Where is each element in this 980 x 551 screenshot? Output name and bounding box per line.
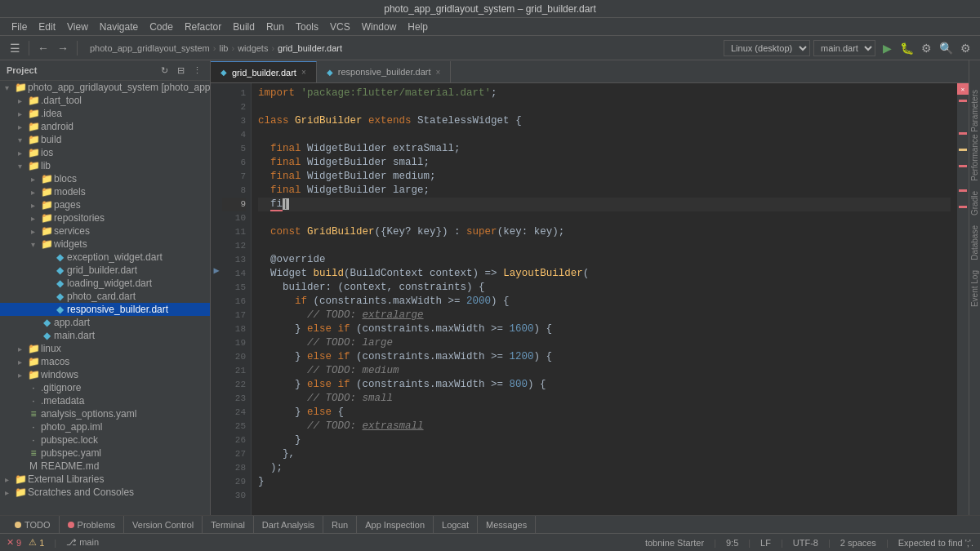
database-panel-label[interactable]: Database [969,220,980,265]
line-numbers: 1 2 3 4 5 6 7 8 9 10 11 12 13 14 15 16 1… [222,83,252,515]
tab-responsive-builder[interactable]: ◆ responsive_builder.dart × [317,61,452,82]
tree-icon-metadata: · [26,395,41,407]
tree-item-scratches[interactable]: ▸📁Scratches and Consoles [0,486,210,499]
project-label: Project [7,65,37,75]
gutter-line-16 [211,291,222,305]
tree-item-idea[interactable]: ▸📁.idea [0,107,210,120]
tree-arrow-repositories: ▸ [26,214,39,223]
tab-version-control[interactable]: Version Control [124,516,203,534]
menu-item-refactor[interactable]: Refactor [180,20,226,34]
tree-item-ext_libs[interactable]: ▸📁External Libraries [0,473,210,486]
code-editor[interactable]: ▶ 1 2 3 [211,83,969,515]
tree-item-app_dart[interactable]: ◆app.dart [0,316,210,329]
tab-logcat[interactable]: Logcat [434,516,478,534]
menu-item-tools[interactable]: Tools [291,20,323,34]
more-button[interactable]: ⋮ [190,64,203,77]
encoding-status: UTF-8 [793,538,818,548]
tab-messages[interactable]: Messages [478,516,536,534]
tree-item-macos[interactable]: ▸📁macos [0,355,210,368]
tree-item-main_dart[interactable]: ◆main.dart [0,329,210,342]
collapse-button[interactable]: ⊟ [174,64,187,77]
menu-item-run[interactable]: Run [261,20,289,34]
run-config-selector[interactable]: main.dart [813,40,875,56]
sync-button[interactable]: ↻ [158,64,171,77]
close-tab-responsive-builder[interactable]: × [435,68,440,77]
tree-item-services[interactable]: ▸📁services [0,224,210,238]
error-status[interactable]: ✕ 9 ⚠ 1 [7,537,44,548]
gradle-panel-label[interactable]: Gradle [969,186,980,220]
tree-icon-photo_card: ◆ [52,291,67,302]
run-button[interactable]: ▶ [879,40,895,56]
menu-item-window[interactable]: Window [357,20,402,34]
tree-item-dart_tool[interactable]: ▸📁.dart_tool [0,94,210,107]
performance-panel-label[interactable]: Performance Parameters [969,85,980,186]
tab-dart-analysis[interactable]: Dart Analysis [254,516,323,534]
tree-item-blocs[interactable]: ▸📁blocs [0,172,210,185]
back-button[interactable]: ← [35,40,51,56]
menu-item-build[interactable]: Build [228,20,260,34]
tree-item-repositories[interactable]: ▸📁repositories [0,211,210,224]
gutter-line-27 [211,444,222,458]
tree-label-app_dart: app.dart [54,317,210,328]
tab-todo[interactable]: TODO [7,516,60,534]
tab-terminal[interactable]: Terminal [203,516,254,534]
tab-problems[interactable]: Problems [60,516,124,534]
tree-item-pubspec_lock[interactable]: ·pubspec.lock [0,433,210,447]
breadcrumb-widgets[interactable]: widgets [238,43,268,53]
tree-arrow-linux: ▸ [13,344,26,353]
gutter-line-7 [211,167,222,180]
tree-label-linux: linux [41,343,210,354]
breadcrumb-file[interactable]: grid_builder.dart [278,43,342,53]
close-tab-grid-builder[interactable]: × [301,68,306,77]
settings-button[interactable]: ⚙ [957,40,973,56]
search-button[interactable]: 🔍 [938,40,954,56]
build-button[interactable]: ⚙ [918,40,934,56]
tree-item-grid_builder[interactable]: ◆grid_builder.dart [0,264,210,277]
menu-item-file[interactable]: File [7,20,32,34]
platform-selector[interactable]: Linux (desktop) [724,40,810,56]
tree-item-metadata[interactable]: ·.metadata [0,394,210,407]
breadcrumb-lib[interactable]: lib [219,43,228,53]
menu-item-navigate[interactable]: Navigate [95,20,143,34]
tree-item-responsive_builder[interactable]: ◆responsive_builder.dart [0,303,210,316]
tree-item-gitignore[interactable]: ·.gitignore [0,381,210,394]
debug-button[interactable]: 🐛 [898,40,915,56]
breadcrumb-project[interactable]: photo_app_gridlayout_system [90,43,210,53]
menu-item-vcs[interactable]: VCS [325,20,355,34]
tree-item-exception_widget[interactable]: ◆exception_widget.dart [0,251,210,264]
tree-item-analysis_options[interactable]: ≡analysis_options.yaml [0,407,210,420]
gutter-line-29 [211,472,222,486]
tree-item-linux[interactable]: ▸📁linux [0,342,210,355]
tree-item-ios[interactable]: ▸📁ios [0,146,210,159]
git-status[interactable]: ⎇ main [66,537,99,548]
tab-grid-builder[interactable]: ◆ grid_builder.dart × [211,61,317,82]
tree-item-loading_widget[interactable]: ◆loading_widget.dart [0,277,210,290]
forward-button[interactable]: → [55,40,71,56]
tab-app-inspection[interactable]: App Inspection [357,516,434,534]
tree-label-android: android [41,121,210,132]
tree-item-readme[interactable]: MREADME.md [0,460,210,473]
tree-item-pubspec_yaml[interactable]: ≡pubspec.yaml [0,447,210,460]
code-content[interactable]: import 'package:flutter/material.dart'; … [252,83,957,515]
menu-item-edit[interactable]: Edit [33,20,60,34]
tree-icon-loading_widget: ◆ [52,278,67,289]
tree-item-photo_card[interactable]: ◆photo_card.dart [0,290,210,303]
tree-item-windows[interactable]: ▸📁windows [0,368,210,381]
tree-item-pages[interactable]: ▸📁pages [0,198,210,211]
event-log-label[interactable]: Event Log [969,265,980,312]
menu-item-code[interactable]: Code [145,20,178,34]
tree-item-lib[interactable]: ▾📁lib [0,159,210,172]
tree-item-build[interactable]: ▾📁build [0,133,210,146]
tree-item-widgets[interactable]: ▾📁widgets [0,238,210,251]
toolbar-separator-2 [77,41,78,56]
tree-icon-app_dart: ◆ [39,317,54,328]
tab-run[interactable]: Run [323,516,357,534]
menu-item-help[interactable]: Help [403,20,433,34]
gutter-line-20 [211,347,222,361]
tree-item-android[interactable]: ▸📁android [0,120,210,133]
tree-item-photo_app_iml[interactable]: ·photo_app.iml [0,420,210,433]
hamburger-button[interactable]: ☰ [7,40,23,56]
menu-item-view[interactable]: View [62,20,93,34]
tree-item-models[interactable]: ▸📁models [0,185,210,198]
tree-item-root[interactable]: ▾📁photo_app_gridlayout_system [photo_app… [0,81,210,94]
